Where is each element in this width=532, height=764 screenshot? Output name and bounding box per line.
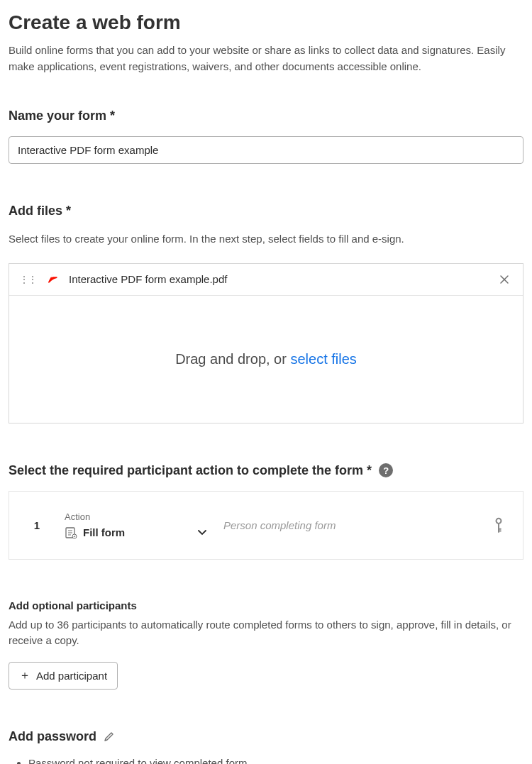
optional-participants-subtext: Add up to 36 participants to automatical… xyxy=(9,617,523,649)
password-info-item: Password not required to view completed … xyxy=(28,757,523,765)
form-name-input[interactable] xyxy=(9,136,523,164)
plus-icon: ＋ xyxy=(19,668,31,683)
person-completing-placeholder[interactable]: Person completing form xyxy=(223,519,475,531)
dropzone-prefix: Drag and drop, or xyxy=(175,351,290,367)
file-dropzone[interactable]: Drag and drop, or select files xyxy=(9,296,523,423)
password-info-list: Password not required to view completed … xyxy=(9,757,523,765)
add-files-subtext: Select files to create your online form.… xyxy=(9,231,523,248)
file-row: ⋮⋮ Interactive PDF form example.pdf xyxy=(9,264,523,296)
participant-action-heading: Select the required participant action t… xyxy=(9,463,372,478)
page-subtitle: Build online forms that you can add to y… xyxy=(9,43,523,74)
page-title: Create a web form xyxy=(9,11,523,34)
action-dropdown[interactable]: Fill form xyxy=(65,526,206,539)
add-participant-button[interactable]: ＋ Add participant xyxy=(9,662,118,690)
help-icon[interactable]: ? xyxy=(379,463,393,477)
participant-row: 1 Action Fill form Person completing for… xyxy=(9,491,523,560)
close-icon xyxy=(499,274,510,285)
pdf-icon xyxy=(45,272,60,287)
fill-form-icon xyxy=(65,526,77,539)
remove-file-button[interactable] xyxy=(496,271,513,288)
name-form-heading: Name your form * xyxy=(9,109,523,123)
drag-handle-icon[interactable]: ⋮⋮ xyxy=(19,274,36,285)
add-participant-label: Add participant xyxy=(36,670,107,682)
action-label: Action xyxy=(65,511,206,522)
chevron-down-icon xyxy=(198,530,206,536)
pencil-icon xyxy=(104,731,115,742)
add-password-heading: Add password xyxy=(9,729,96,744)
optional-participants-heading: Add optional participants xyxy=(9,599,523,611)
file-name: Interactive PDF form example.pdf xyxy=(69,273,487,285)
files-container: ⋮⋮ Interactive PDF form example.pdf Drag… xyxy=(9,263,523,423)
action-value: Fill form xyxy=(83,526,125,538)
key-icon[interactable] xyxy=(489,515,509,535)
add-files-heading: Add files * xyxy=(9,204,523,218)
select-files-link[interactable]: select files xyxy=(290,351,356,367)
edit-password-button[interactable] xyxy=(104,731,115,742)
participant-index: 1 xyxy=(26,519,48,531)
